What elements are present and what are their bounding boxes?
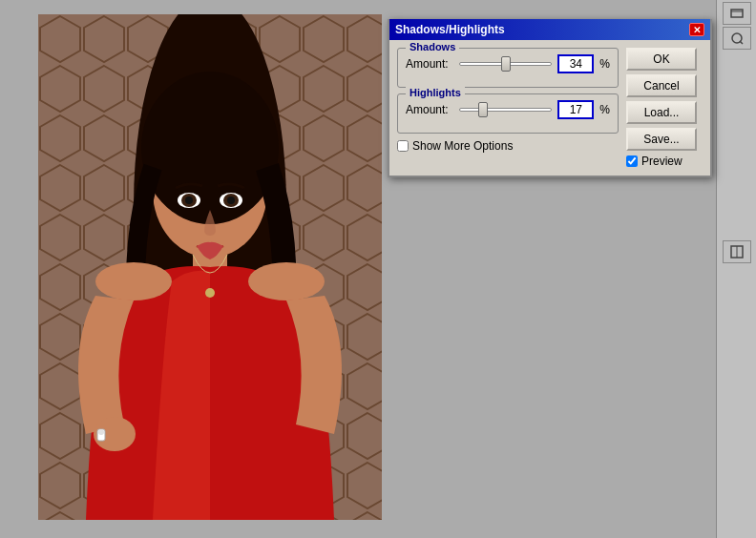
sidebar-icon-3[interactable] xyxy=(723,240,751,263)
photo-container xyxy=(38,14,382,520)
dialog-content: Shadows Amount: % Highlights Amount: xyxy=(389,40,710,176)
load-button[interactable]: Load... xyxy=(626,101,697,124)
save-button[interactable]: Save... xyxy=(626,128,697,151)
cancel-button[interactable]: Cancel xyxy=(626,74,697,97)
dialog-right-panel: OK Cancel Load... Save... Preview xyxy=(626,48,703,168)
sidebar-icon-1[interactable] xyxy=(723,2,751,25)
shadows-group: Shadows Amount: % xyxy=(397,48,619,88)
svg-point-6 xyxy=(141,72,279,224)
dialog-title: Shadows/Highlights xyxy=(395,23,505,36)
shadows-highlights-dialog: Shadows/Highlights ✕ Shadows Amount: % xyxy=(388,19,712,177)
svg-line-22 xyxy=(740,41,743,44)
shadows-slider-track[interactable] xyxy=(459,62,552,66)
svg-point-8 xyxy=(248,262,325,300)
svg-point-13 xyxy=(185,197,193,204)
svg-point-15 xyxy=(205,288,215,298)
highlights-amount-row: Amount: % xyxy=(406,100,610,119)
dialog-left-panel: Shadows Amount: % Highlights Amount: xyxy=(397,48,619,168)
close-button[interactable]: ✕ xyxy=(689,23,704,36)
sidebar-icon-2[interactable] xyxy=(723,27,751,50)
highlights-slider-container[interactable] xyxy=(459,100,552,119)
right-sidebar xyxy=(716,0,756,538)
svg-point-18 xyxy=(98,429,104,435)
ok-button[interactable]: OK xyxy=(626,48,697,71)
highlights-percent: % xyxy=(599,103,610,116)
shadows-amount-input[interactable] xyxy=(557,54,594,73)
shadows-slider-thumb[interactable] xyxy=(501,56,511,72)
highlights-slider-track[interactable] xyxy=(459,108,552,112)
shadows-group-label: Shadows xyxy=(406,41,459,52)
dialog-titlebar: Shadows/Highlights ✕ xyxy=(389,19,710,40)
svg-point-7 xyxy=(95,262,172,300)
preview-row: Preview xyxy=(626,155,703,168)
highlights-group-label: Highlights xyxy=(406,87,465,98)
show-more-options-label: Show More Options xyxy=(412,139,513,153)
preview-label: Preview xyxy=(641,155,682,168)
show-more-options-row: Show More Options xyxy=(397,139,619,153)
highlights-amount-label: Amount: xyxy=(406,103,453,116)
preview-checkbox[interactable] xyxy=(626,155,638,167)
highlights-group: Highlights Amount: % xyxy=(397,93,619,134)
shadows-amount-label: Amount: xyxy=(406,57,453,71)
shadows-amount-row: Amount: % xyxy=(406,54,610,73)
highlights-slider-thumb[interactable] xyxy=(478,102,488,117)
shadows-percent: % xyxy=(599,57,610,71)
highlights-amount-input[interactable] xyxy=(557,100,594,119)
show-more-options-checkbox[interactable] xyxy=(397,140,409,152)
svg-point-14 xyxy=(227,197,235,204)
svg-rect-19 xyxy=(731,10,743,17)
shadows-slider-container[interactable] xyxy=(459,54,552,73)
